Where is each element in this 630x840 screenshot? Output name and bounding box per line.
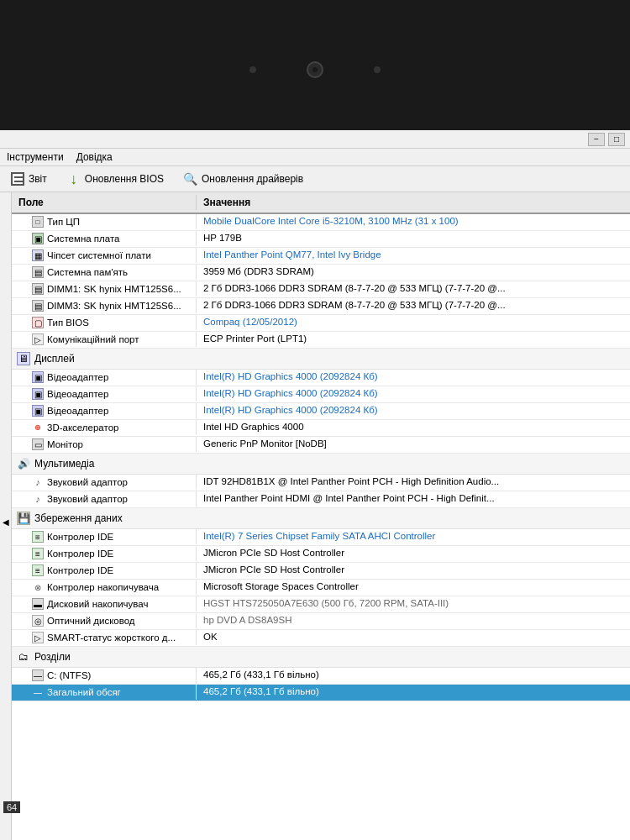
field-cell: — Загальний обсяг (12, 685, 197, 700)
column-field-header: Поле (12, 195, 197, 210)
table-row[interactable]: ◎ Оптичний дисковод hp DVD A DS8A9SH (12, 613, 630, 630)
ide1-icon: ≡ (32, 531, 44, 543)
table-row[interactable]: ▤ DIMM1: SK hynix HMT125S6... 2 Гб DDR3-… (12, 281, 630, 298)
menu-help[interactable]: Довідка (76, 151, 113, 163)
value-cell: 465,2 Гб (433,1 Гб вільно) (197, 685, 630, 698)
multimedia-section-icon: 🔊 (17, 457, 30, 470)
value-cell: IDT 92HD81B1X @ Intel Panther Point PCH … (197, 475, 630, 488)
field-cell: □ Тип ЦП (12, 214, 197, 229)
table-row[interactable]: ▢ Тип BIOS Compaq (12/05/2012) (12, 315, 630, 332)
webcam-lens (307, 61, 323, 78)
field-cell: ≡ Контролер IDE (12, 563, 197, 578)
field-cell: ≡ Контролер IDE (12, 529, 197, 544)
value-cell: Microsoft Storage Spaces Controller (197, 580, 630, 593)
value-cell: HP 179B (197, 231, 630, 244)
field-cell: ⊕ 3D-акселератор (12, 420, 197, 435)
field-cell: ▷ SMART-статус жорсткого д... (12, 630, 197, 645)
table-area[interactable]: Поле Значення □ Тип ЦП Mobile DualCore I… (12, 192, 630, 840)
table-row[interactable]: ≡ Контролер IDE Intel(R) 7 Series Chipse… (12, 529, 630, 546)
table-row[interactable]: ▷ Комунікаційний порт ECP Printer Port (… (12, 332, 630, 349)
section-display: 🖥 Дисплей (12, 349, 630, 370)
monitor-icon: ▭ (32, 438, 44, 450)
table-row[interactable]: ⊗ Контролер накопичувача Microsoft Stora… (12, 580, 630, 596)
bios-icon: ▢ (32, 317, 44, 328)
main-content: ◀ Поле Значення □ Тип ЦП Mobile DualCore… (0, 192, 630, 840)
table-row[interactable]: □ Тип ЦП Mobile DualCore Intel Core i5-3… (12, 214, 630, 231)
table-row[interactable]: ▤ DIMM3: SK hynix HMT125S6... 2 Гб DDR3-… (12, 298, 630, 315)
table-row[interactable]: ♪ Звуковий адаптор IDT 92HD81B1X @ Intel… (12, 475, 630, 491)
value-cell: Compaq (12/05/2012) (197, 315, 630, 328)
value-cell: Generic PnP Monitor [NoDB] (197, 437, 630, 450)
field-cell: ◎ Оптичний дисковод (12, 613, 197, 628)
webcam-dot-left (249, 66, 256, 73)
video1-icon: ▣ (32, 371, 44, 383)
table-row[interactable]: ▤ Системна пам'ять 3959 Мб (DDR3 SDRAM) (12, 265, 630, 281)
maximize-button[interactable]: □ (608, 133, 625, 146)
board-icon: ▣ (32, 233, 44, 244)
table-row[interactable]: ▣ Системна плата HP 179B (12, 231, 630, 248)
table-row[interactable]: ▦ Чіпсет системної плати Intel Panther P… (12, 248, 630, 265)
field-cell: ≡ Контролер IDE (12, 546, 197, 561)
field-cell: ▣ Відеоадаптер (12, 386, 197, 402)
column-value-header: Значення (197, 195, 630, 210)
field-cell: ▷ Комунікаційний порт (12, 332, 197, 347)
section-partitions: 🗂 Розділи (12, 647, 630, 668)
value-cell: Intel(R) HD Graphics 4000 (2092824 Кб) (197, 386, 630, 400)
table-row[interactable]: — C: (NTFS) 465,2 Гб (433,1 Гб вільно) (12, 668, 630, 685)
bios-update-button[interactable]: ↓ Оновлення BIOS (63, 170, 167, 188)
field-cell: ♪ Звуковий адаптор (12, 491, 197, 507)
value-cell: Intel(R) HD Graphics 4000 (2092824 Кб) (197, 370, 630, 383)
field-cell: ▬ Дисковий накопичувач (12, 596, 197, 612)
title-bar: − □ (0, 130, 630, 149)
table-row[interactable]: ≡ Контролер IDE JMicron PCIe SD Host Con… (12, 563, 630, 580)
value-cell: 2 Гб DDR3-1066 DDR3 SDRAM (8-7-7-20 @ 53… (197, 298, 630, 312)
display-section-icon: 🖥 (17, 352, 30, 365)
field-cell: ▤ DIMM3: SK hynix HMT125S6... (12, 298, 197, 313)
section-multimedia: 🔊 Мультимедіа (12, 454, 630, 475)
table-row[interactable]: ▭ Монітор Generic PnP Monitor [NoDB] (12, 437, 630, 454)
ram-icon: ▤ (32, 266, 44, 278)
table-row[interactable]: ▣ Відеоадаптер Intel(R) HD Graphics 4000… (12, 370, 630, 386)
table-row[interactable]: ▬ Дисковий накопичувач HGST HTS725050A7E… (12, 596, 630, 613)
field-cell: ▢ Тип BIOS (12, 315, 197, 330)
field-cell: ▣ Відеоадаптер (12, 403, 197, 418)
field-cell: ▣ Системна плата (12, 231, 197, 246)
table-row[interactable]: ▷ SMART-статус жорсткого д... OK (12, 630, 630, 647)
bios-label: Оновлення BIOS (85, 173, 164, 185)
report-label: Звіт (29, 173, 47, 185)
field-cell: ⊗ Контролер накопичувача (12, 580, 197, 595)
port-icon: ▷ (32, 333, 44, 345)
total-size-icon: — (32, 686, 44, 698)
chip-icon: ▦ (32, 249, 44, 261)
3d-icon: ⊕ (32, 422, 44, 433)
table-row[interactable]: ▣ Відеоадаптер Intel(R) HD Graphics 4000… (12, 386, 630, 403)
menu-instruments[interactable]: Інструменти (7, 151, 64, 163)
left-arrow-button[interactable]: ◀ (0, 192, 12, 840)
field-cell: ▣ Відеоадаптер (12, 370, 197, 385)
field-cell: ♪ Звуковий адаптор (12, 475, 197, 490)
driver-update-button[interactable]: 🔍 Оновлення драйверів (180, 170, 307, 188)
value-cell: JMicron PCIe SD Host Controller (197, 563, 630, 576)
field-cell: ▦ Чіпсет системної плати (12, 248, 197, 263)
audio2-icon: ♪ (32, 493, 44, 505)
screen: − □ Інструменти Довідка Звіт ↓ Оновлення… (0, 130, 630, 840)
driver-label: Оновлення драйверів (202, 173, 303, 185)
webcam-area (249, 61, 381, 78)
table-row[interactable]: ♪ Звуковий адаптор Intel Panther Point H… (12, 491, 630, 508)
video2-icon: ▣ (32, 388, 44, 400)
storage-section-icon: 💾 (17, 512, 30, 525)
disk-icon: ▬ (32, 598, 44, 610)
value-cell: Intel Panther Point HDMI @ Intel Panther… (197, 491, 630, 505)
value-cell: Intel Panther Point QM77, Intel Ivy Brid… (197, 248, 630, 261)
video3-icon: ▣ (32, 405, 44, 417)
dimm3-icon: ▤ (32, 300, 44, 312)
report-button[interactable]: Звіт (7, 170, 50, 188)
minimize-button[interactable]: − (588, 133, 605, 146)
table-row-selected[interactable]: — Загальний обсяг 465,2 Гб (433,1 Гб віл… (12, 685, 630, 701)
value-cell: 2 Гб DDR3-1066 DDR3 SDRAM (8-7-7-20 @ 53… (197, 281, 630, 295)
table-row[interactable]: ▣ Відеоадаптер Intel(R) HD Graphics 4000… (12, 403, 630, 420)
table-row[interactable]: ≡ Контролер IDE JMicron PCIe SD Host Con… (12, 546, 630, 563)
driver-search-icon: 🔍 (183, 171, 198, 186)
cpu-icon: □ (32, 216, 44, 228)
table-row[interactable]: ⊕ 3D-акселератор Intel HD Graphics 4000 (12, 420, 630, 437)
